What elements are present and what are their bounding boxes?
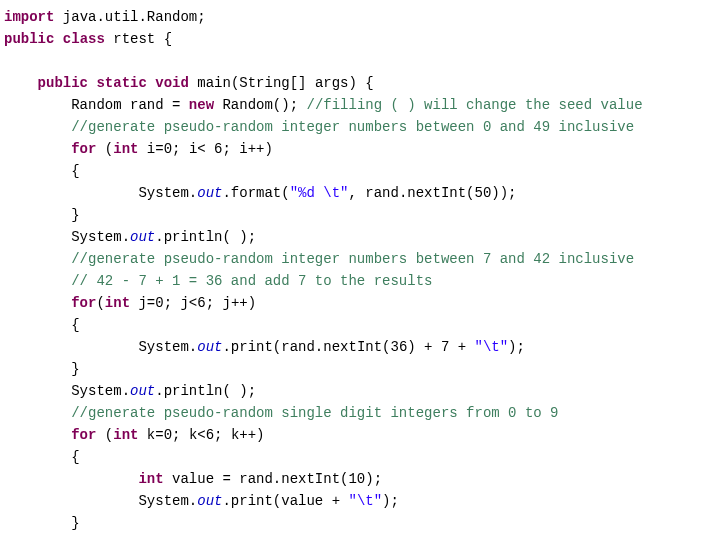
code-text: System. (71, 229, 130, 245)
brace: } (71, 207, 79, 223)
code-text (147, 75, 155, 91)
comment: // 42 - 7 + 1 = 36 and add 7 to the resu… (71, 273, 432, 289)
string-literal: "%d \t" (290, 185, 349, 201)
code-text: ( (96, 141, 113, 157)
comment: //filling ( ) will change the seed value (306, 97, 642, 113)
code-text: ); (382, 493, 399, 509)
code-text: i=0; i< 6; i++) (138, 141, 272, 157)
code-text: .println( ); (155, 229, 256, 245)
keyword-for: for (71, 295, 96, 311)
code-text: , rand.nextInt(50)); (348, 185, 516, 201)
code-text: System. (71, 383, 130, 399)
keyword-class: class (63, 31, 105, 47)
code-text: .print(value + (222, 493, 348, 509)
keyword-static: static (96, 75, 146, 91)
code-text: .format( (222, 185, 289, 201)
java-source-code: import java.util.Random; public class rt… (0, 0, 722, 536)
brace: { (71, 163, 79, 179)
code-text: java.util.Random; (54, 9, 205, 25)
code-text: rtest { (105, 31, 172, 47)
brace: } (71, 361, 79, 377)
brace: { (71, 449, 79, 465)
code-text: main(String[] args) { (189, 75, 374, 91)
code-text: value = rand.nextInt(10); (164, 471, 382, 487)
code-text: Random rand = (71, 97, 189, 113)
code-text: System. (138, 493, 197, 509)
field-out: out (197, 493, 222, 509)
keyword-int: int (138, 471, 163, 487)
field-out: out (130, 383, 155, 399)
code-text (54, 31, 62, 47)
code-text: System. (138, 339, 197, 355)
comment: //generate pseudo-random single digit in… (71, 405, 558, 421)
code-text: ); (508, 339, 525, 355)
keyword-import: import (4, 9, 54, 25)
string-literal: "\t" (348, 493, 382, 509)
keyword-for: for (71, 427, 96, 443)
keyword-int: int (113, 141, 138, 157)
string-literal: "\t" (475, 339, 509, 355)
code-text: Random(); (214, 97, 306, 113)
code-text: ( (96, 427, 113, 443)
code-text: .println( ); (155, 383, 256, 399)
code-text: System. (138, 185, 197, 201)
keyword-void: void (155, 75, 189, 91)
field-out: out (197, 339, 222, 355)
brace: { (71, 317, 79, 333)
keyword-for: for (71, 141, 96, 157)
code-text: .print(rand.nextInt(36) + 7 + (222, 339, 474, 355)
field-out: out (130, 229, 155, 245)
code-text: ( (96, 295, 104, 311)
field-out: out (197, 185, 222, 201)
code-text: k=0; k<6; k++) (138, 427, 264, 443)
keyword-int: int (113, 427, 138, 443)
keyword-public: public (4, 31, 54, 47)
keyword-public: public (38, 75, 88, 91)
code-text: j=0; j<6; j++) (130, 295, 256, 311)
brace: } (71, 515, 79, 531)
keyword-int: int (105, 295, 130, 311)
comment: //generate pseudo-random integer numbers… (71, 251, 634, 267)
keyword-new: new (189, 97, 214, 113)
comment: //generate pseudo-random integer numbers… (71, 119, 634, 135)
